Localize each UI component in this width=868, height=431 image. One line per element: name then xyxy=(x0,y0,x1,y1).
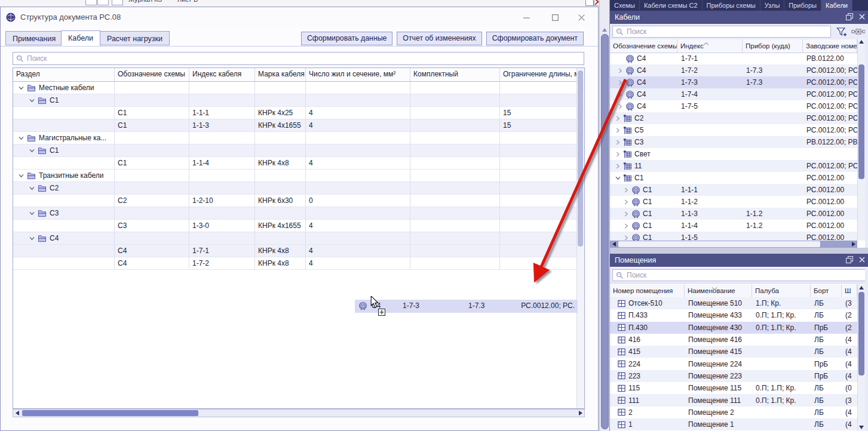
room-row[interactable]: П.433Помещение 4330.П; 1.П; Кр.ЛБ(2 xyxy=(610,309,857,321)
chevron-down-icon[interactable] xyxy=(29,211,35,216)
chevron-right-icon[interactable] xyxy=(617,68,623,73)
room-row[interactable]: 2Помещение 2ЛБ(4 xyxy=(610,407,857,418)
column-header[interactable]: Прибор (куда) xyxy=(743,39,803,53)
dialog-tab-Расчет нагрузки[interactable]: Расчет нагрузки xyxy=(100,31,170,45)
scroll-up-icon[interactable] xyxy=(859,286,864,290)
table-horizontal-scrollbar[interactable] xyxy=(13,409,585,417)
chevron-right-icon[interactable] xyxy=(615,116,621,121)
document-group-row[interactable]: C1 xyxy=(13,94,584,107)
chevron-down-icon[interactable] xyxy=(29,149,35,153)
chevron-right-icon[interactable] xyxy=(623,211,629,217)
dock-tab-Узлы[interactable]: Узлы xyxy=(760,0,785,11)
scrollbar-thumb[interactable] xyxy=(618,241,820,247)
column-header[interactable]: Заводские номе xyxy=(803,39,857,53)
scroll-up-icon[interactable] xyxy=(859,40,864,44)
linked-objects-icon[interactable] xyxy=(850,26,867,38)
rooms-vertical-scrollbar[interactable] xyxy=(857,284,865,431)
column-header[interactable]: Обозначение схемы xyxy=(610,39,677,53)
dock-tab-Схемы[interactable]: Схемы xyxy=(610,0,640,11)
scrollbar-thumb[interactable] xyxy=(858,64,864,179)
chevron-right-icon[interactable] xyxy=(623,223,629,229)
document-cable-row[interactable]: C41-7-1КНРк 4х84 xyxy=(13,245,584,257)
document-group-row[interactable]: Магистральные ка... xyxy=(13,132,584,144)
cable-row[interactable]: C41-7-1РВ.0122.00 xyxy=(610,53,857,64)
document-search-input[interactable]: Поиск xyxy=(13,52,584,65)
column-header[interactable]: Номер помещения xyxy=(610,284,685,297)
chevron-right-icon[interactable] xyxy=(617,80,623,85)
column-header[interactable]: Комплектный xyxy=(410,68,500,81)
chevron-down-icon[interactable] xyxy=(29,236,35,241)
rooms-search-input[interactable]: Поиск xyxy=(612,269,866,281)
action-button[interactable]: Отчет об изменениях xyxy=(397,32,481,45)
dialog-tab-Примечания[interactable]: Примечания xyxy=(5,31,63,45)
action-button[interactable]: Сформировать данные xyxy=(301,32,392,45)
column-header[interactable]: Ш xyxy=(842,284,857,297)
column-header[interactable]: Наименование xyxy=(685,284,752,297)
cable-row[interactable]: C11-1-31-1.2РС.0012.00 xyxy=(610,208,857,220)
close-button[interactable] xyxy=(576,13,587,22)
document-group-row[interactable]: C2 xyxy=(13,182,584,195)
room-row[interactable]: 115Помещение 1150.П; 1.П; Кр.ЛБ(0 xyxy=(610,382,857,394)
dock-tab-Кабели[interactable]: Кабели xyxy=(821,0,852,11)
scroll-left-icon[interactable] xyxy=(610,241,618,248)
cables-horizontal-scrollbar[interactable] xyxy=(610,241,857,248)
scrollbar-thumb[interactable] xyxy=(858,292,864,375)
chevron-right-icon[interactable] xyxy=(623,235,629,241)
chevron-down-icon[interactable] xyxy=(18,86,24,90)
table-vertical-scrollbar[interactable] xyxy=(576,68,584,408)
column-header[interactable]: Палуба xyxy=(752,284,811,297)
cables-vertical-scrollbar[interactable] xyxy=(857,38,865,241)
column-header[interactable]: Обозначение схемы xyxy=(115,68,189,81)
chevron-right-icon[interactable] xyxy=(617,92,623,97)
maximize-button[interactable] xyxy=(550,13,560,22)
column-header[interactable]: Ограничение длины, м xyxy=(500,68,584,81)
chevron-down-icon[interactable] xyxy=(29,186,35,190)
column-header[interactable]: Борт xyxy=(811,284,842,297)
cables-search-input[interactable]: Поиск xyxy=(612,26,831,38)
cable-row[interactable]: C41-7-4РС.0012.00; РС. xyxy=(610,88,857,100)
dialog-tab-Кабели[interactable]: Кабели xyxy=(61,30,100,46)
action-button[interactable]: Сформировать документ xyxy=(486,32,584,45)
chevron-right-icon[interactable] xyxy=(615,152,621,157)
chevron-right-icon[interactable] xyxy=(615,128,621,133)
dock-tab-Приборы[interactable]: Приборы xyxy=(784,0,821,11)
cable-row[interactable]: C41-7-21-7.3РС.0012.00; РС. xyxy=(610,64,857,76)
document-cable-row[interactable]: C11-1-3КНРк 4х1655415 xyxy=(13,119,584,132)
chevron-down-icon[interactable] xyxy=(615,176,621,180)
background-vertical-scrollbar[interactable] xyxy=(599,0,610,431)
chevron-right-icon[interactable] xyxy=(617,104,623,109)
document-cable-row[interactable]: C31-3-0КНРк 4х16554 xyxy=(13,220,584,232)
cable-row[interactable]: C11-1-1РС.0012.00 xyxy=(610,184,857,196)
room-row[interactable]: 223Помещение 223ПрБ(4 xyxy=(610,370,857,382)
cable-row[interactable]: 11РС.0012.00; РС. xyxy=(610,160,857,172)
cable-row[interactable]: C5РС.0012.00; РС. xyxy=(610,124,857,136)
close-panel-icon[interactable] xyxy=(859,256,865,263)
document-cable-row[interactable]: C41-7-2КНРк 4х84 xyxy=(13,257,584,270)
scrollbar-thumb[interactable] xyxy=(601,34,609,429)
room-row[interactable]: 111Помещение 1110.П; 1.П; Кр.ЛБ(3 xyxy=(610,394,857,406)
cable-row[interactable]: C2РС.0012.00; РС. xyxy=(610,112,857,124)
cable-row[interactable]: C11-1-2РС.0012.00 xyxy=(610,196,857,208)
document-cable-row[interactable]: C11-1-4КНРк 4х84 xyxy=(13,157,584,170)
room-row[interactable]: 415Помещение 415ЛБ(4 xyxy=(610,346,857,358)
minimize-button[interactable] xyxy=(522,13,532,22)
filter-add-icon[interactable] xyxy=(835,26,849,38)
chevron-right-icon[interactable] xyxy=(615,140,621,145)
scrollbar-thumb[interactable] xyxy=(578,70,583,247)
chevron-right-icon[interactable] xyxy=(615,164,621,169)
document-cable-row[interactable]: C21-2-10КНРк 6х300 xyxy=(13,195,584,207)
cable-row[interactable]: C1РС.0012.00 xyxy=(610,172,857,184)
cable-row[interactable]: C41-7-31-7.3РС.0012.00; РС. xyxy=(610,76,857,88)
document-group-row[interactable]: Местные кабели xyxy=(13,82,584,94)
float-panel-icon[interactable] xyxy=(846,13,853,20)
document-group-row[interactable]: Транзитные кабели xyxy=(13,170,584,182)
cable-row[interactable]: Свет xyxy=(610,148,857,160)
document-group-row[interactable]: C3 xyxy=(13,207,584,220)
cable-row[interactable]: C3РВ.0122.00; РВ.. xyxy=(610,136,857,148)
edit-box-icon[interactable] xyxy=(585,0,594,6)
chevron-down-icon[interactable] xyxy=(18,174,24,178)
column-header[interactable]: Марка кабеля xyxy=(255,68,306,81)
column-header[interactable]: Раздел xyxy=(13,68,115,81)
dock-tab-Приборы схемы[interactable]: Приборы схемы xyxy=(703,0,760,11)
chevron-down-icon[interactable] xyxy=(29,98,35,103)
